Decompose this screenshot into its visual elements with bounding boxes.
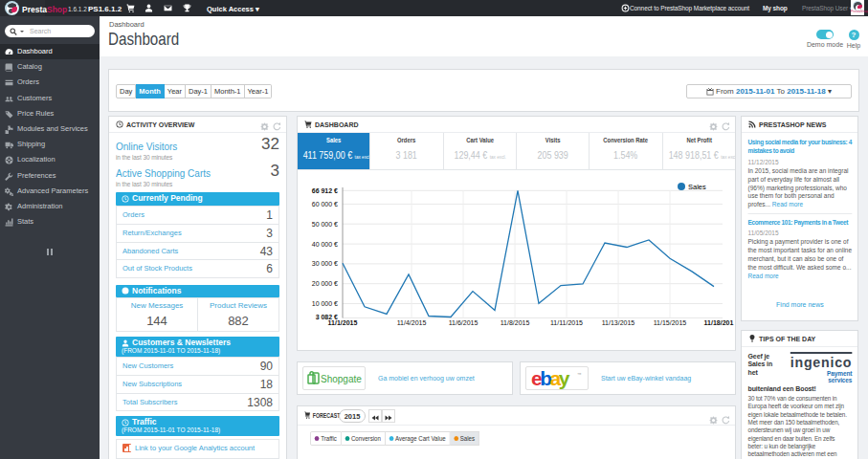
svg-text:ebay: ebay: [531, 369, 570, 389]
svg-text:11/6/2015: 11/6/2015: [449, 319, 479, 326]
svg-text:Shopgate: Shopgate: [321, 374, 362, 384]
svg-text:30 000 €: 30 000 €: [312, 260, 338, 267]
svg-text:11/4/2015: 11/4/2015: [397, 319, 427, 326]
svg-text:40 000 €: 40 000 €: [312, 241, 338, 248]
svg-text:11/18/201: 11/18/201: [704, 319, 734, 326]
svg-text:50 000 €: 50 000 €: [312, 221, 338, 228]
svg-text:66 912 €: 66 912 €: [312, 187, 338, 194]
svg-text:™: ™: [577, 372, 582, 377]
svg-text:11/8/2015: 11/8/2015: [501, 319, 530, 326]
svg-text:11/1/2015: 11/1/2015: [328, 319, 358, 326]
svg-text:11/11/2015: 11/11/2015: [550, 319, 583, 326]
svg-text:20 000 €: 20 000 €: [312, 280, 338, 287]
svg-text:11/15/2015: 11/15/2015: [654, 319, 687, 326]
svg-text:11/13/2015: 11/13/2015: [602, 319, 635, 326]
svg-text:10 000 €: 10 000 €: [312, 300, 338, 307]
svg-text:Sales: Sales: [688, 183, 706, 191]
svg-text:60 000 €: 60 000 €: [312, 201, 338, 208]
